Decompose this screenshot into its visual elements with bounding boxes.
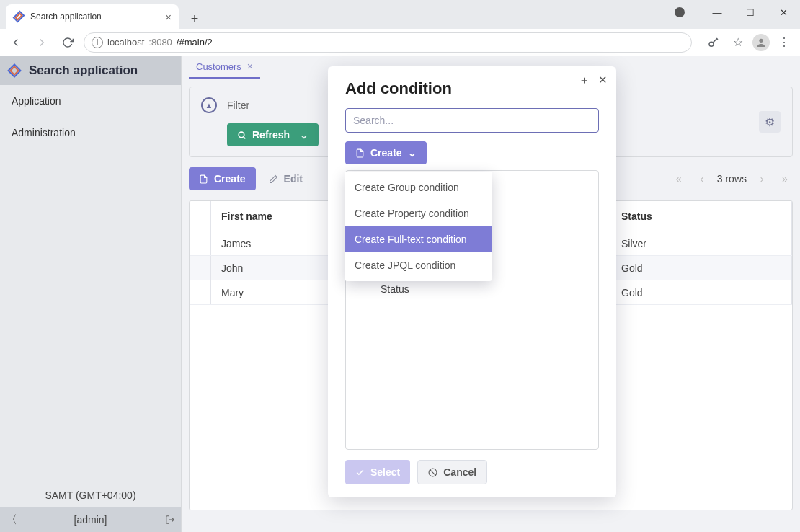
chevron-down-icon: ⌄ (300, 129, 308, 141)
app-title: Search application (29, 63, 138, 78)
grid-select-all[interactable] (190, 201, 211, 231)
dialog-close-icon[interactable]: ✕ (598, 74, 608, 87)
window-controls: — ☐ ✕ (701, 0, 800, 25)
page-first-icon[interactable]: « (671, 173, 687, 185)
bookmark-star-icon[interactable]: ☆ (728, 32, 748, 53)
dialog-title: Add condition (345, 79, 599, 98)
svg-point-0 (709, 42, 714, 46)
column-status[interactable]: ▲ Status (611, 201, 792, 231)
tree-item-status[interactable]: Status (352, 279, 592, 299)
gear-icon: ⚙ (765, 115, 775, 129)
new-tab-button[interactable]: + (185, 9, 205, 29)
select-label: Select (370, 466, 400, 478)
search-placeholder: Search... (353, 115, 394, 126)
dialog-create-label: Create (370, 147, 402, 159)
chevron-down-icon: ⌄ (408, 147, 417, 159)
menu-item-group-condition[interactable]: Create Group condition (345, 174, 492, 200)
browser-menu-icon[interactable]: ⋮ (774, 32, 794, 53)
browser-tab[interactable]: Search application × (6, 4, 179, 29)
browser-profile-indicator (675, 7, 685, 17)
condition-search-input[interactable]: Search... (345, 108, 599, 133)
cell-status: Silver (611, 231, 792, 255)
screen-tab-close-icon[interactable]: × (247, 61, 253, 72)
window-close-button[interactable]: ✕ (767, 0, 800, 25)
cell-status: Gold (611, 256, 792, 280)
back-button[interactable] (6, 32, 26, 53)
collapse-sidebar-icon[interactable]: 〈 (6, 513, 17, 528)
user-bar: 〈 [admin] (0, 507, 181, 532)
cell-status: Gold (611, 280, 792, 304)
site-info-icon[interactable]: i (92, 37, 103, 48)
current-user: [admin] (74, 514, 107, 526)
filter-label: Filter (227, 99, 249, 111)
tab-title: Search application (30, 12, 102, 22)
create-label: Create (214, 173, 246, 185)
menu-item-fulltext-condition[interactable]: Create Full-text condition (345, 226, 492, 252)
create-button[interactable]: Create (189, 167, 256, 190)
window-minimize-button[interactable]: — (701, 0, 734, 25)
timezone-label: SAMT (GMT+04:00) (0, 483, 181, 507)
tab-close-icon[interactable]: × (165, 11, 172, 23)
sidebar: Search application Application Administr… (0, 56, 182, 532)
add-condition-dialog: ＋ ✕ Add condition Search... Create ⌄ Las… (328, 66, 616, 497)
screen-tab-label: Customers (196, 61, 241, 72)
menu-item-property-condition[interactable]: Create Property condition (345, 200, 492, 226)
screen-tab-customers[interactable]: Customers × (189, 56, 260, 79)
svg-point-2 (239, 132, 244, 138)
svg-point-1 (759, 38, 763, 42)
edit-label: Edit (284, 173, 303, 185)
browser-toolbar: i localhost:8080/#main/2 ☆ ⋮ (0, 29, 800, 56)
edit-button[interactable]: Edit (259, 167, 313, 190)
refresh-button[interactable]: Refresh ⌄ (227, 123, 319, 146)
create-condition-menu: Create Group condition Create Property c… (345, 172, 492, 281)
sidebar-item-application[interactable]: Application (0, 85, 181, 117)
filter-collapse-icon[interactable]: ▲ (201, 97, 217, 113)
app-header: Search application (0, 56, 181, 85)
tab-favicon (13, 11, 25, 22)
page-next-icon[interactable]: › (754, 173, 770, 185)
select-button[interactable]: Select (345, 460, 410, 484)
cancel-button[interactable]: Cancel (417, 460, 487, 484)
reload-button[interactable] (58, 32, 78, 53)
app-logo-icon (7, 63, 22, 78)
page-prev-icon[interactable]: ‹ (694, 173, 710, 185)
page-last-icon[interactable]: » (777, 173, 793, 185)
pagination: « ‹ 3 rows › » (671, 173, 793, 185)
dialog-create-button[interactable]: Create ⌄ (345, 141, 427, 164)
profile-avatar-icon[interactable] (752, 34, 770, 51)
filter-settings-button[interactable]: ⚙ (759, 111, 781, 133)
column-status-label: Status (621, 210, 652, 222)
url-path: /#main/2 (177, 37, 213, 48)
url-host: localhost (107, 37, 144, 48)
window-maximize-button[interactable]: ☐ (734, 0, 767, 25)
refresh-label: Refresh (252, 129, 290, 141)
forward-button[interactable] (32, 32, 52, 53)
dialog-add-icon[interactable]: ＋ (579, 74, 590, 87)
rows-count: 3 rows (717, 173, 747, 185)
logout-icon[interactable] (165, 515, 175, 525)
menu-item-jpql-condition[interactable]: Create JPQL condition (345, 252, 492, 278)
cancel-label: Cancel (443, 466, 476, 478)
password-key-icon[interactable] (703, 32, 724, 53)
address-bar[interactable]: i localhost:8080/#main/2 (84, 32, 692, 53)
sidebar-item-administration[interactable]: Administration (0, 117, 181, 148)
url-port: :8080 (148, 37, 172, 48)
